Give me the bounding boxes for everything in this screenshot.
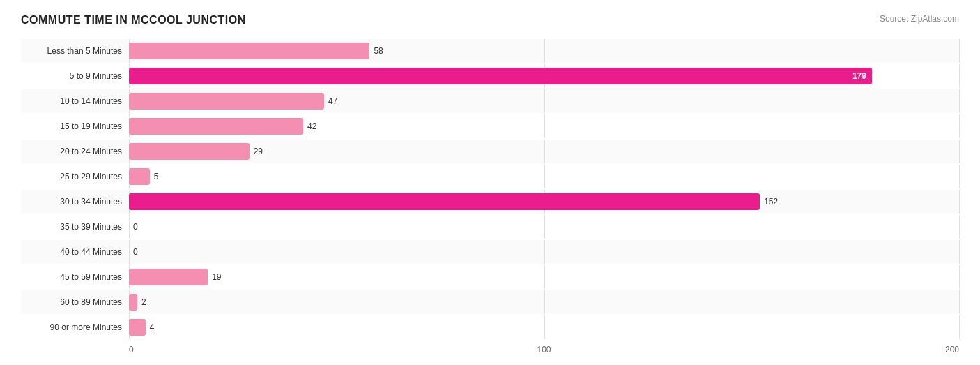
bar: 42 bbox=[129, 118, 303, 135]
bar: 152 bbox=[129, 193, 760, 210]
bar: 29 bbox=[129, 143, 250, 160]
bar-label: 45 to 59 Minutes bbox=[21, 272, 129, 282]
bar-container: 58 bbox=[129, 39, 959, 63]
bar-row: 45 to 59 Minutes19 bbox=[21, 265, 959, 289]
bar-value: 179 bbox=[852, 71, 866, 81]
x-axis: 0 100 200 bbox=[21, 345, 959, 355]
bar-row: 40 to 44 Minutes0 bbox=[21, 240, 959, 264]
bar-value: 29 bbox=[254, 147, 263, 156]
x-label-0: 0 bbox=[129, 345, 406, 355]
bar-row: 15 to 19 Minutes42 bbox=[21, 114, 959, 138]
bar-row: 60 to 89 Minutes2 bbox=[21, 290, 959, 314]
bar-label: 15 to 19 Minutes bbox=[21, 121, 129, 131]
bar-label: 30 to 34 Minutes bbox=[21, 197, 129, 207]
bar-label: 5 to 9 Minutes bbox=[21, 71, 129, 81]
bar-container: 0 bbox=[129, 215, 959, 239]
chart-area: Less than 5 Minutes585 to 9 Minutes17910… bbox=[21, 39, 959, 355]
bar-row: Less than 5 Minutes58 bbox=[21, 39, 959, 63]
bar-container: 2 bbox=[129, 290, 959, 314]
bar-container: 19 bbox=[129, 265, 959, 289]
bar-container: 152 bbox=[129, 190, 959, 214]
bar-row: 10 to 14 Minutes47 bbox=[21, 89, 959, 113]
chart-title: COMMUTE TIME IN MCCOOL JUNCTION bbox=[21, 14, 246, 27]
bar: 47 bbox=[129, 93, 324, 110]
bar-row: 30 to 34 Minutes152 bbox=[21, 190, 959, 214]
bar-value: 152 bbox=[764, 197, 778, 207]
bar-label: 90 or more Minutes bbox=[21, 322, 129, 332]
bar-container: 47 bbox=[129, 89, 959, 113]
bar: 179 bbox=[129, 68, 872, 84]
bar-container: 179 bbox=[129, 64, 959, 88]
bar-label: 10 to 14 Minutes bbox=[21, 96, 129, 106]
bar-container: 0 bbox=[129, 240, 959, 264]
bar-label: 35 to 39 Minutes bbox=[21, 222, 129, 232]
bar: 19 bbox=[129, 269, 208, 285]
bar-label: 25 to 29 Minutes bbox=[21, 172, 129, 181]
bar-label: 40 to 44 Minutes bbox=[21, 247, 129, 257]
bar-row: 90 or more Minutes4 bbox=[21, 315, 959, 339]
bar-row: 35 to 39 Minutes0 bbox=[21, 215, 959, 239]
bar-container: 5 bbox=[129, 165, 959, 188]
bar-label: 60 to 89 Minutes bbox=[21, 297, 129, 307]
bar-value: 47 bbox=[328, 96, 337, 106]
bar-value-zero: 0 bbox=[133, 222, 138, 232]
bar-value: 5 bbox=[154, 172, 159, 181]
bars-container: Less than 5 Minutes585 to 9 Minutes17910… bbox=[21, 39, 959, 339]
bar-label: 20 to 24 Minutes bbox=[21, 147, 129, 156]
bar-container: 4 bbox=[129, 315, 959, 339]
source-label: Source: ZipAtlas.com bbox=[880, 14, 959, 24]
bar: 4 bbox=[129, 319, 146, 336]
bar-value: 4 bbox=[150, 322, 155, 332]
bar-container: 42 bbox=[129, 114, 959, 138]
x-label-200: 200 bbox=[682, 345, 959, 355]
bar-value: 58 bbox=[374, 46, 383, 56]
bar-value: 19 bbox=[212, 272, 221, 282]
bar: 5 bbox=[129, 168, 150, 185]
bar-value: 42 bbox=[307, 121, 316, 131]
bar-label: Less than 5 Minutes bbox=[21, 46, 129, 56]
bar-row: 25 to 29 Minutes5 bbox=[21, 165, 959, 188]
bar-row: 20 to 24 Minutes29 bbox=[21, 140, 959, 163]
x-label-100: 100 bbox=[406, 345, 682, 355]
bar-value-zero: 0 bbox=[133, 247, 138, 257]
bar-row: 5 to 9 Minutes179 bbox=[21, 64, 959, 88]
bar: 58 bbox=[129, 43, 369, 59]
bar-container: 29 bbox=[129, 140, 959, 163]
bar-value: 2 bbox=[141, 297, 146, 307]
bar: 2 bbox=[129, 294, 137, 311]
